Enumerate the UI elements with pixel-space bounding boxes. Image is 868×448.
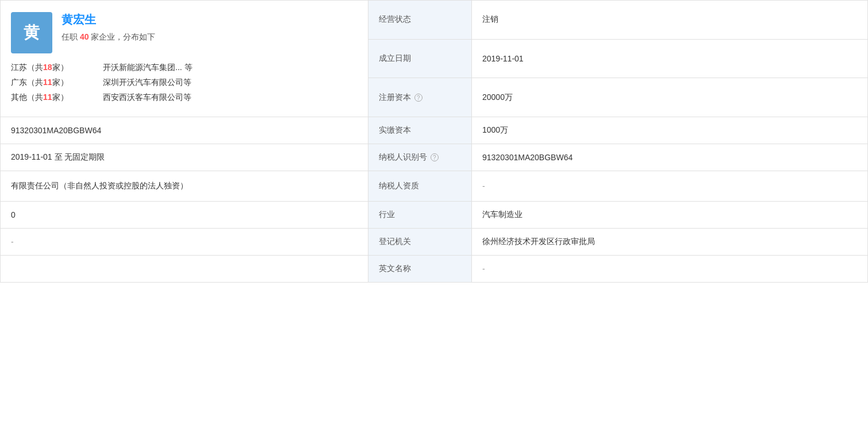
person-subtitle: 任职 40 家企业，分布如下 <box>62 32 155 43</box>
region-companies-2: 深圳开沃汽车有限公司等 <box>103 75 358 90</box>
jingying-status-value: 注销 <box>472 1 868 40</box>
avatar: 黄 <box>11 12 52 53</box>
english-name-label: 英文名称 <box>368 255 472 282</box>
regorg-label: 登记机关 <box>368 228 472 255</box>
region-table: 江苏（共18家） 开沃新能源汽车集团... 等 广东（共11家） 深圳开沃汽车有… <box>11 60 358 105</box>
company-type-value: 有限责任公司（非自然人投资或控股的法人独资） <box>1 171 368 202</box>
jingying-status-label: 经营状态 <box>368 1 472 40</box>
region-companies-3: 西安西沃客车有限公司等 <box>103 90 358 105</box>
region-row-1: 江苏（共18家） 开沃新能源汽车集团... 等 <box>11 60 358 75</box>
region-label-3: 其他（共11家） <box>11 90 103 105</box>
info-table: 黄 黄宏生 任职 40 家企业，分布如下 江苏（共18家） 开沃新能源汽车集团.… <box>0 0 868 283</box>
registered-capital-count-value: 0 <box>1 201 368 228</box>
industry-label: 行业 <box>368 201 472 228</box>
zhuce-capital-value: 20000万 <box>472 78 868 117</box>
taxpayer-id-value: 91320301MA20BGBW64 <box>472 144 868 171</box>
english-name-value: - <box>472 255 868 282</box>
region-row-2: 广东（共11家） 深圳开沃汽车有限公司等 <box>11 75 358 90</box>
region-section: 江苏（共18家） 开沃新能源汽车集团... 等 广东（共11家） 深圳开沃汽车有… <box>11 60 358 105</box>
empty-left <box>1 255 368 282</box>
shijiao-capital-value: 1000万 <box>472 117 868 144</box>
taxpayer-id-help-icon[interactable]: ? <box>431 153 439 161</box>
taxpayer-id-label: 纳税人识别号 ? <box>368 144 472 171</box>
region-label-2: 广东（共11家） <box>11 75 103 90</box>
taxpayer-qual-label: 纳税人资质 <box>368 171 472 202</box>
region-companies-1: 开沃新能源汽车集团... 等 <box>103 60 358 75</box>
chengli-date-value: 2019-11-01 <box>472 39 868 78</box>
zhuce-capital-help-icon[interactable]: ? <box>414 94 423 102</box>
credit-code-value: 91320301MA20BGBW64 <box>1 117 368 144</box>
person-name[interactable]: 黄宏生 <box>62 12 155 28</box>
region-row-3: 其他（共11家） 西安西沃客车有限公司等 <box>11 90 358 105</box>
chengli-date-label: 成立日期 <box>368 39 472 78</box>
person-header-cell: 黄 黄宏生 任职 40 家企业，分布如下 江苏（共18家） 开沃新能源汽车集团.… <box>1 1 368 117</box>
industry-value: 汽车制造业 <box>472 201 868 228</box>
regorg-value: 徐州经济技术开发区行政审批局 <box>472 228 868 255</box>
taxpayer-qual-value: - <box>472 171 868 202</box>
shijiao-capital-label: 实缴资本 <box>368 117 472 144</box>
zhuce-capital-label: 注册资本 ? <box>368 78 472 117</box>
region-label-1: 江苏（共18家） <box>11 60 103 75</box>
business-period-value: 2019-11-01 至 无固定期限 <box>1 144 368 171</box>
dash-field-value: - <box>1 228 368 255</box>
